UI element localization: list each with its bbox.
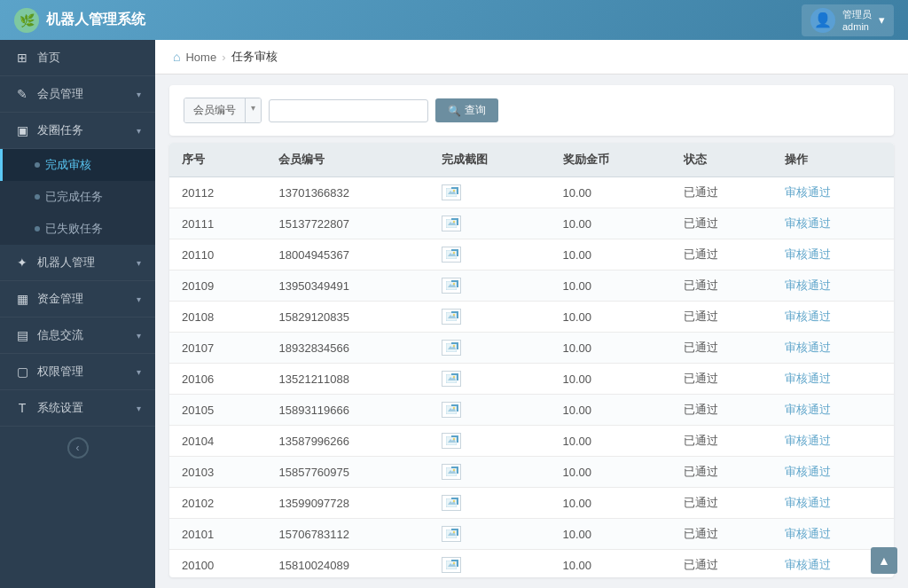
cell-action[interactable]: 审核通过: [772, 270, 894, 302]
cell-screenshot[interactable]: [429, 270, 551, 302]
sidebar-item-failed-task[interactable]: 已失败任务: [0, 213, 155, 245]
sidebar-item-task[interactable]: ▣ 发圈任务 ▾: [0, 113, 155, 149]
svg-point-11: [453, 283, 455, 285]
cell-reward: 10.00: [551, 177, 672, 208]
cell-screenshot[interactable]: [429, 395, 551, 426]
action-link[interactable]: 审核通过: [785, 496, 831, 509]
cell-screenshot[interactable]: [429, 550, 551, 578]
cell-action[interactable]: 审核通过: [772, 239, 894, 270]
cell-id: 20102: [169, 488, 266, 519]
cell-screenshot[interactable]: [429, 457, 551, 488]
table-row: 20101 15706783112 10.00 已通过 审核通过: [169, 519, 894, 550]
cell-action[interactable]: 审核通过: [772, 488, 894, 519]
sidebar-item-fund[interactable]: ▦ 资金管理 ▾: [0, 281, 155, 318]
search-select-arrow[interactable]: ▾: [246, 98, 261, 122]
screenshot-thumb[interactable]: [442, 309, 461, 325]
action-link[interactable]: 审核通过: [785, 310, 831, 323]
cell-action[interactable]: 审核通过: [772, 333, 894, 364]
setting-icon: T: [14, 401, 30, 415]
sidebar-item-fund-label: 资金管理: [37, 291, 83, 307]
action-link[interactable]: 审核通过: [785, 372, 831, 385]
table-row: 20112 13701366832 10.00 已通过 审核通过: [169, 177, 894, 208]
screenshot-thumb[interactable]: [442, 433, 461, 449]
screenshot-thumb[interactable]: [442, 216, 461, 231]
table-scroll[interactable]: 序号 会员编号 完成截图 奖励金币 状态 操作 20112 1370136683…: [169, 143, 894, 577]
cell-screenshot[interactable]: [429, 333, 551, 364]
svg-point-2: [453, 190, 455, 192]
action-link[interactable]: 审核通过: [785, 278, 831, 292]
cell-action[interactable]: 审核通过: [772, 364, 894, 395]
sidebar-item-task-label: 发圈任务: [37, 122, 83, 138]
cell-reward: 10.00: [551, 488, 672, 519]
cell-screenshot[interactable]: [429, 364, 551, 395]
cell-status: 已通过: [671, 519, 772, 550]
sidebar-item-complete-audit[interactable]: 完成审核: [0, 149, 155, 181]
action-link[interactable]: 审核通过: [785, 434, 831, 447]
search-button[interactable]: 🔍 查询: [435, 98, 498, 122]
cell-screenshot[interactable]: [429, 426, 551, 457]
screenshot-thumb[interactable]: [442, 526, 461, 542]
action-link[interactable]: 审核通过: [785, 247, 831, 261]
action-link[interactable]: 审核通过: [785, 216, 831, 230]
screenshot-thumb[interactable]: [442, 495, 461, 511]
action-link[interactable]: 审核通过: [785, 465, 831, 478]
sidebar-item-info-label: 信息交流: [37, 327, 83, 343]
cell-screenshot[interactable]: [429, 177, 551, 208]
search-input[interactable]: [269, 99, 428, 122]
action-link[interactable]: 审核通过: [785, 527, 831, 540]
cell-action[interactable]: 审核通过: [772, 426, 894, 457]
action-link[interactable]: 审核通过: [785, 341, 831, 354]
sidebar-collapse-button[interactable]: ‹: [62, 432, 94, 464]
table-row: 20111 15137722807 10.00 已通过 审核通过: [169, 208, 894, 239]
cell-reward: 10.00: [551, 239, 672, 270]
sidebar-item-permission-label: 权限管理: [37, 364, 83, 380]
screenshot-thumb[interactable]: [442, 464, 461, 480]
sidebar-item-robot[interactable]: ✦ 机器人管理 ▾: [0, 245, 155, 281]
action-link[interactable]: 审核通过: [785, 558, 831, 571]
screenshot-thumb[interactable]: [442, 557, 461, 573]
col-header-screenshot: 完成截图: [429, 143, 551, 177]
screenshot-thumb[interactable]: [442, 402, 461, 418]
cell-screenshot[interactable]: [429, 302, 551, 333]
cell-reward: 10.00: [551, 270, 672, 302]
sidebar-item-complete-audit-label: 完成审核: [45, 157, 91, 173]
cell-screenshot[interactable]: [429, 488, 551, 519]
cell-action[interactable]: 审核通过: [772, 177, 894, 208]
sidebar-item-member[interactable]: ✎ 会员管理 ▾: [0, 76, 155, 113]
cell-action[interactable]: 审核通过: [772, 457, 894, 488]
sidebar-item-setting[interactable]: T 系统设置 ▾: [0, 390, 155, 427]
screenshot-thumb[interactable]: [442, 371, 461, 387]
app-logo: 🌿 机器人管理系统: [14, 8, 145, 33]
cell-status: 已通过: [671, 457, 772, 488]
table-row: 20106 13521211088 10.00 已通过 审核通过: [169, 364, 894, 395]
sidebar-item-info[interactable]: ▤ 信息交流 ▾: [0, 318, 155, 354]
sidebar-item-permission[interactable]: ▢ 权限管理 ▾: [0, 354, 155, 390]
cell-screenshot[interactable]: [429, 519, 551, 550]
cell-screenshot[interactable]: [429, 239, 551, 270]
screenshot-thumb[interactable]: [442, 184, 461, 200]
sidebar-item-setting-label: 系统设置: [37, 400, 83, 416]
cell-action[interactable]: 审核通过: [772, 208, 894, 239]
cell-action[interactable]: 审核通过: [772, 395, 894, 426]
sub-dot-complete-audit: [35, 162, 40, 168]
cell-status: 已通过: [671, 270, 772, 302]
sidebar-item-completed-task[interactable]: 已完成任务: [0, 181, 155, 213]
cell-action[interactable]: 审核通过: [772, 519, 894, 550]
user-menu[interactable]: 👤 管理员 admin ▾: [802, 4, 894, 36]
search-bar: 会员编号 ▾ 🔍 查询: [169, 85, 894, 136]
sidebar-item-home[interactable]: ⊞ 首页: [0, 40, 155, 76]
action-link[interactable]: 审核通过: [785, 403, 831, 416]
svg-point-17: [453, 345, 455, 347]
action-link[interactable]: 审核通过: [785, 185, 831, 199]
screenshot-thumb[interactable]: [442, 340, 461, 356]
cell-action[interactable]: 审核通过: [772, 302, 894, 333]
col-header-member-no: 会员编号: [266, 143, 429, 177]
screenshot-thumb[interactable]: [442, 278, 461, 294]
cell-member-no: 13599097728: [266, 488, 429, 519]
cell-screenshot[interactable]: [429, 208, 551, 239]
cell-member-no: 15829120835: [266, 302, 429, 333]
cell-member-no: 15857760975: [266, 457, 429, 488]
screenshot-thumb[interactable]: [442, 247, 461, 263]
svg-rect-0: [446, 188, 457, 197]
scroll-to-top-button[interactable]: ▲: [871, 547, 897, 574]
